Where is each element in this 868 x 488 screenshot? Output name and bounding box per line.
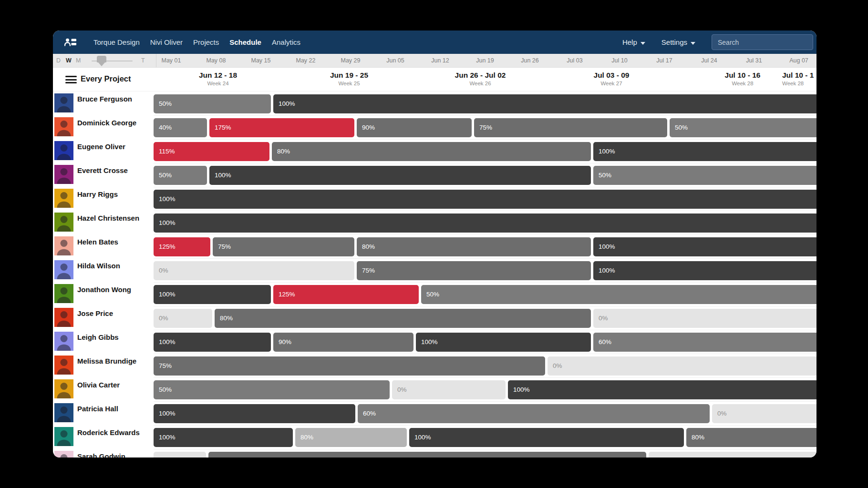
allocation-bar[interactable]: 0% xyxy=(154,452,206,458)
person-name[interactable]: Jose Price xyxy=(77,309,113,317)
person-name[interactable]: Everett Crosse xyxy=(77,166,128,174)
avatar[interactable] xyxy=(54,403,73,422)
avatar[interactable] xyxy=(54,308,73,327)
person-name[interactable]: Sarah Godwin xyxy=(77,452,125,458)
nav-item-torque-design[interactable]: Torque Design xyxy=(93,38,140,46)
team-logo-icon[interactable] xyxy=(64,38,77,47)
week-number: Week 26 xyxy=(455,81,506,86)
allocation-bar[interactable]: 100% xyxy=(209,166,591,185)
allocation-bar[interactable]: 100% xyxy=(593,237,816,256)
allocation-bar[interactable]: 75% xyxy=(474,118,667,137)
allocation-bar[interactable]: 80% xyxy=(295,428,407,447)
person-name[interactable]: Olivia Carter xyxy=(77,381,120,389)
allocation-bar[interactable]: 60% xyxy=(593,333,816,352)
avatar[interactable] xyxy=(54,93,73,112)
allocation-bar[interactable]: 75% xyxy=(213,237,354,256)
person-name[interactable]: Hilda Wilson xyxy=(77,262,120,270)
avatar[interactable] xyxy=(54,356,73,375)
allocation-bar[interactable]: 0% xyxy=(154,309,212,328)
allocation-bar[interactable]: 115% xyxy=(154,142,269,161)
person-name[interactable]: Roderick Edwards xyxy=(77,428,140,437)
menu-icon[interactable] xyxy=(65,76,77,83)
avatar[interactable] xyxy=(54,332,73,351)
zoom-slider-handle[interactable] xyxy=(97,56,106,62)
allocation-bar[interactable]: 100% xyxy=(593,261,816,280)
allocation-bar[interactable]: 50% xyxy=(154,94,271,113)
allocation-bar[interactable]: 80% xyxy=(357,237,591,256)
allocation-bar[interactable]: 90% xyxy=(357,118,472,137)
allocation-bar[interactable]: 80% xyxy=(686,428,816,447)
allocation-bar[interactable]: 75% xyxy=(357,261,591,280)
allocation-bar[interactable]: 80% xyxy=(215,309,591,328)
avatar[interactable] xyxy=(54,213,73,232)
person-name[interactable]: Melissa Brundige xyxy=(77,357,136,365)
allocation-bar[interactable]: 50% xyxy=(154,380,390,399)
allocation-bar[interactable]: 100% xyxy=(416,333,591,352)
person-name[interactable]: Jonathon Wong xyxy=(77,285,131,294)
allocation-bar[interactable]: 125% xyxy=(154,237,210,256)
allocation-bar[interactable]: 50% xyxy=(154,166,207,185)
week-range: Jun 19 - 25 xyxy=(330,71,368,80)
week-number: Week 27 xyxy=(594,81,630,86)
allocation-bar[interactable]: 100% xyxy=(409,428,684,447)
allocation-bar[interactable]: 100% xyxy=(154,404,355,423)
allocation-bar[interactable]: 80% xyxy=(272,142,591,161)
person-name[interactable]: Bruce Ferguson xyxy=(77,95,132,103)
avatar[interactable] xyxy=(54,379,73,398)
allocation-bar[interactable]: 75% xyxy=(208,452,646,458)
nav-item-schedule[interactable]: Schedule xyxy=(229,38,261,46)
allocation-bar[interactable]: 75% xyxy=(154,356,545,376)
person-name[interactable]: Dominick George xyxy=(77,119,136,127)
settings-menu[interactable]: Settings xyxy=(661,38,695,46)
search-input[interactable] xyxy=(712,34,813,50)
allocation-bar[interactable]: 100% xyxy=(593,142,816,161)
allocation-bar[interactable]: 0% xyxy=(649,452,816,458)
allocation-bar[interactable]: 40% xyxy=(154,118,207,137)
week-number: Week 28 xyxy=(782,81,814,86)
person-name[interactable]: Hazel Christensen xyxy=(77,214,139,222)
avatar[interactable] xyxy=(54,451,73,458)
avatar[interactable] xyxy=(54,427,73,446)
nav-item-nivi-oliver[interactable]: Nivi Oliver xyxy=(150,38,183,46)
allocation-bar[interactable]: 0% xyxy=(593,309,816,328)
allocation-bar[interactable]: 100% xyxy=(154,214,816,233)
person-name[interactable]: Harry Riggs xyxy=(77,190,118,198)
allocation-bar[interactable]: 100% xyxy=(154,190,816,209)
allocation-bar[interactable]: 100% xyxy=(273,94,816,113)
zoom-mode-t[interactable]: T xyxy=(141,57,145,64)
avatar[interactable] xyxy=(54,236,73,255)
allocation-bar[interactable]: 50% xyxy=(670,118,816,137)
nav-item-projects[interactable]: Projects xyxy=(193,38,219,46)
project-filter[interactable]: Every Project xyxy=(81,74,131,83)
avatar[interactable] xyxy=(54,260,73,279)
nav-item-analytics[interactable]: Analytics xyxy=(272,38,300,46)
allocation-bar[interactable]: 100% xyxy=(154,333,271,352)
avatar[interactable] xyxy=(54,284,73,303)
allocation-bar[interactable]: 50% xyxy=(421,285,816,304)
allocation-bar[interactable]: 100% xyxy=(154,428,293,447)
avatar[interactable] xyxy=(54,141,73,160)
zoom-mode-week[interactable]: W xyxy=(66,57,72,64)
allocation-bar[interactable]: 0% xyxy=(548,356,816,376)
avatar[interactable] xyxy=(54,165,73,184)
allocation-bar[interactable]: 60% xyxy=(358,404,710,423)
allocation-bar[interactable]: 50% xyxy=(593,166,816,185)
allocation-bar[interactable]: 0% xyxy=(154,261,354,280)
allocation-bar[interactable]: 175% xyxy=(209,118,354,137)
allocation-bar[interactable]: 125% xyxy=(273,285,419,304)
allocation-bar[interactable]: 100% xyxy=(154,285,271,304)
zoom-mode-month[interactable]: M xyxy=(76,57,81,64)
allocation-bar[interactable]: 100% xyxy=(508,380,816,399)
avatar[interactable] xyxy=(54,117,73,136)
person-name[interactable]: Leigh Gibbs xyxy=(77,333,119,341)
allocation-bar[interactable]: 90% xyxy=(273,333,413,352)
person-name[interactable]: Eugene Oliver xyxy=(77,142,125,151)
allocation-bar[interactable]: 0% xyxy=(712,404,816,423)
help-menu[interactable]: Help xyxy=(622,38,645,46)
allocation-bar[interactable]: 0% xyxy=(392,380,506,399)
person-name[interactable]: Helen Bates xyxy=(77,238,118,246)
schedule-row: Jonathon Wong100%125%50% xyxy=(53,282,816,306)
person-name[interactable]: Patricia Hall xyxy=(77,405,118,413)
avatar[interactable] xyxy=(54,189,73,208)
zoom-mode-day[interactable]: D xyxy=(56,57,61,64)
